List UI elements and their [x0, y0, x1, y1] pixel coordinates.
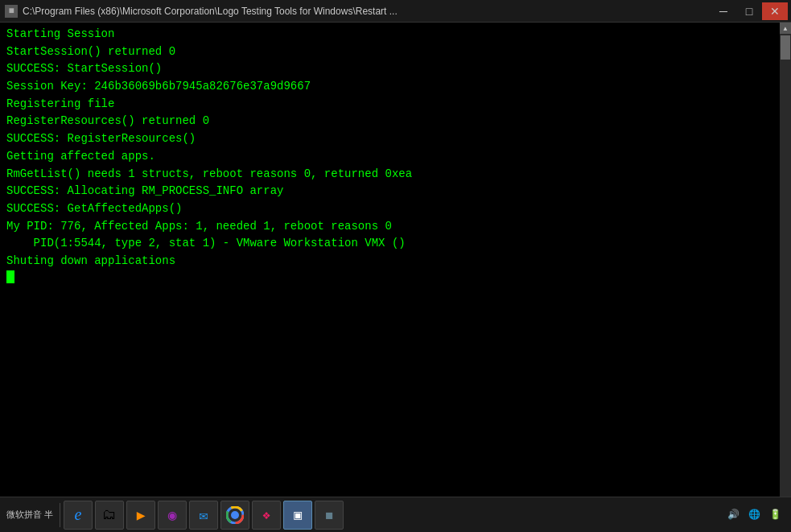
console-line: StartSession() returned 0 — [6, 43, 773, 61]
svg-point-4 — [231, 511, 239, 519]
ime-text: 微软拼音 半 — [6, 509, 53, 521]
tray-icon-3[interactable]: 🔋 — [765, 505, 785, 525]
console-line: Registering file — [6, 96, 773, 113]
taskbar-app2-icon[interactable]: ✉ — [189, 501, 218, 530]
ie-icon: e — [75, 505, 82, 524]
tray-icon-2[interactable]: 🌐 — [744, 505, 764, 525]
title-bar-left: ■ C:\Program Files (x86)\Microsoft Corpo… — [5, 5, 398, 18]
app3-icon: ❖ — [262, 507, 270, 523]
taskbar-app5-icon[interactable]: ◼ — [315, 501, 344, 530]
console-icon: ▣ — [294, 507, 302, 522]
cursor-line — [6, 270, 773, 283]
ime-indicator[interactable]: 微软拼音 半 — [3, 507, 56, 522]
console-line: Getting affected apps. — [6, 148, 773, 166]
console-line: RegisterResources() returned 0 — [6, 113, 773, 130]
app1-icon: ◉ — [168, 506, 177, 524]
taskbar-icons: e 🗂 ▶ ◉ ✉ ❖ ▣ — [64, 501, 344, 530]
restore-button[interactable]: □ — [736, 2, 762, 20]
close-button[interactable]: ✕ — [762, 2, 788, 20]
folder-icon: 🗂 — [102, 506, 117, 523]
taskbar-wmp-icon[interactable]: ▶ — [126, 501, 155, 530]
taskbar-chrome-icon[interactable] — [220, 501, 249, 530]
console-line: SUCCESS: GetAffectedApps() — [6, 200, 773, 218]
console-output: Starting SessionStartSession() returned … — [0, 23, 780, 497]
taskbar: 微软拼音 半 e 🗂 ▶ ◉ ✉ — [0, 497, 791, 532]
taskbar-ie-icon[interactable]: e — [64, 501, 93, 530]
console-line: SUCCESS: RegisterResources() — [6, 130, 773, 148]
minimize-button[interactable]: ─ — [711, 2, 736, 20]
scrollbar[interactable]: ▲ — [780, 23, 791, 497]
taskbar-divider-1 — [60, 503, 60, 527]
window-controls: ─ □ ✕ — [711, 2, 788, 20]
scroll-thumb[interactable] — [781, 35, 790, 60]
window-title: C:\Program Files (x86)\Microsoft Corpora… — [23, 6, 398, 17]
console-line: Starting Session — [6, 26, 773, 43]
console-line: My PID: 776, Affected Apps: 1, needed 1,… — [6, 218, 773, 236]
tray-icon-1[interactable]: 🔊 — [723, 505, 743, 525]
title-bar: ■ C:\Program Files (x86)\Microsoft Corpo… — [0, 0, 791, 23]
taskbar-console-icon[interactable]: ▣ — [283, 501, 312, 530]
console-line: Session Key: 246b36069b6b7945a82676e37a9… — [6, 78, 773, 96]
console-area: Starting SessionStartSession() returned … — [0, 23, 791, 497]
media-icon: ▶ — [137, 506, 146, 524]
taskbar-app1-icon[interactable]: ◉ — [158, 501, 187, 530]
app5-icon: ◼ — [325, 507, 333, 523]
cursor-blink — [6, 270, 14, 283]
chrome-icon — [226, 506, 244, 524]
console-line: SUCCESS: StartSession() — [6, 60, 773, 78]
console-line: SUCCESS: Allocating RM_PROCESS_INFO arra… — [6, 183, 773, 200]
app-icon: ■ — [5, 5, 18, 18]
console-line: Shuting down applications — [6, 253, 773, 270]
scroll-up-button[interactable]: ▲ — [780, 23, 791, 34]
console-line: PID(1:5544, type 2, stat 1) - VMware Wor… — [6, 235, 773, 253]
app2-icon: ✉ — [200, 506, 208, 524]
console-line: RmGetList() needs 1 structs, reboot reas… — [6, 166, 773, 184]
taskbar-app3-icon[interactable]: ❖ — [252, 501, 281, 530]
taskbar-folder-icon[interactable]: 🗂 — [95, 501, 124, 530]
system-tray: 🔊 🌐 🔋 — [720, 505, 788, 525]
